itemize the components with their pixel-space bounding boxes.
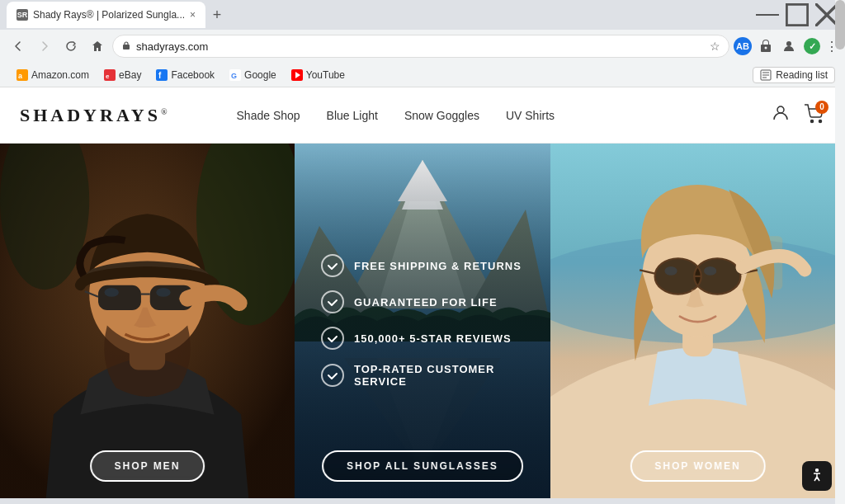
website-content: SHADYRAYS® Shade Shop Blue Light Snow Go… — [0, 87, 845, 498]
back-button[interactable] — [7, 35, 30, 58]
window-controls — [756, 3, 838, 26]
svg-rect-4 — [123, 45, 130, 49]
hero-panel-left: SHOP MEN — [0, 144, 295, 498]
profile-avatar: AB — [734, 37, 752, 55]
shop-women-button[interactable]: SHOP WOMEN — [630, 450, 765, 482]
cart-icon-wrap[interactable]: 0 — [804, 104, 825, 127]
accessibility-icon — [809, 468, 825, 484]
nav-shade-shop[interactable]: Shade Shop — [237, 109, 300, 122]
logo-sup: ® — [161, 106, 171, 115]
bookmark-amazon[interactable]: a Amazon.com — [10, 68, 96, 82]
svg-text:G: G — [231, 72, 237, 80]
svg-point-35 — [156, 288, 170, 297]
woman-image — [550, 144, 845, 498]
reading-list-button[interactable]: Reading list — [753, 67, 835, 83]
profile-button[interactable]: AB — [733, 36, 753, 56]
svg-point-55 — [704, 266, 716, 276]
tab-bar: SR Shady Rays® | Polarized Sungla... × + — [0, 0, 845, 30]
site-header: SHADYRAYS® Shade Shop Blue Light Snow Go… — [0, 87, 845, 144]
logo-part1: SHADY — [20, 105, 100, 125]
url-text: shadyrays.com — [136, 40, 705, 53]
svg-point-34 — [105, 288, 119, 297]
right-panel-bg — [550, 144, 845, 498]
site-nav: Shade Shop Blue Light Snow Goggles UV Sh… — [237, 109, 555, 122]
svg-rect-1 — [786, 4, 807, 25]
tab-title: Shady Rays® | Polarized Sungla... — [33, 9, 185, 21]
accessibility-button[interactable] — [802, 461, 832, 491]
bookmark-facebook[interactable]: f Facebook — [149, 68, 221, 82]
extensions-button[interactable] — [756, 36, 776, 56]
scrollbar-thumb[interactable] — [835, 0, 845, 49]
check-icon-shipping — [321, 254, 344, 277]
svg-point-54 — [664, 266, 677, 276]
svg-point-21 — [811, 120, 814, 122]
man-image — [0, 144, 295, 498]
verified-extension-button[interactable]: ✓ — [802, 36, 822, 56]
feature-shipping: FREE SHIPPING & RETURNS — [321, 254, 524, 277]
address-bar[interactable]: shadyrays.com ☆ — [112, 35, 729, 58]
logo-part2: RAYS — [100, 105, 161, 125]
svg-text:e: e — [106, 73, 110, 80]
address-right-actions: ☆ — [710, 40, 720, 53]
nav-snow-goggles[interactable]: Snow Goggles — [404, 109, 479, 122]
nav-uv-shirts[interactable]: UV Shirts — [506, 109, 555, 122]
new-tab-button[interactable]: + — [205, 3, 229, 26]
forward-button[interactable] — [33, 35, 56, 58]
hero-section: SHOP MEN — [0, 144, 845, 498]
lock-icon — [121, 40, 131, 52]
svg-rect-0 — [756, 14, 779, 16]
nav-blue-light[interactable]: Blue Light — [327, 109, 378, 122]
bookmark-ebay[interactable]: e eBay — [97, 68, 148, 82]
check-icon-guarantee — [321, 290, 344, 313]
svg-point-22 — [819, 120, 822, 122]
bookmark-youtube[interactable]: YouTube — [285, 68, 352, 82]
hero-panel-right: SHOP WOMEN — [550, 144, 845, 498]
tab-close-button[interactable]: × — [190, 9, 196, 21]
svg-point-5 — [786, 41, 791, 46]
tab-favicon: SR — [17, 9, 28, 21]
minimize-button[interactable] — [756, 3, 779, 26]
left-panel-bg — [0, 144, 295, 498]
svg-point-20 — [777, 106, 784, 113]
site-logo[interactable]: SHADYRAYS® — [20, 105, 171, 126]
shop-all-sunglasses-button[interactable]: SHOP ALL SUNGLASSES — [322, 450, 523, 482]
active-tab[interactable]: SR Shady Rays® | Polarized Sungla... × — [7, 2, 205, 28]
svg-rect-29 — [98, 285, 141, 310]
scrollbar[interactable] — [835, 0, 845, 504]
bookmarks-bar: a Amazon.com e eBay f Facebook G Google … — [0, 63, 845, 87]
feature-reviews: 150,000+ 5-STAR REVIEWS — [321, 327, 524, 350]
bookmark-google[interactable]: G Google — [223, 68, 283, 82]
check-icon-service — [321, 364, 344, 387]
account-icon[interactable] — [771, 103, 791, 128]
refresh-button[interactable] — [59, 35, 83, 58]
cart-badge: 0 — [815, 101, 828, 114]
feature-service: TOP-RATED CUSTOMER SERVICE — [321, 363, 524, 388]
check-icon-reviews — [321, 327, 344, 350]
home-button[interactable] — [86, 35, 109, 58]
hero-panel-center: FREE SHIPPING & RETURNS GUARANTEED FOR L… — [295, 144, 550, 498]
address-bar-row: shadyrays.com ☆ AB ✓ ⋮ — [0, 30, 845, 63]
svg-point-62 — [815, 469, 819, 472]
header-actions: 0 — [771, 103, 825, 128]
feature-guarantee: GUARANTEED FOR LIFE — [321, 290, 524, 313]
features-list: FREE SHIPPING & RETURNS GUARANTEED FOR L… — [321, 254, 524, 388]
shop-men-button[interactable]: SHOP MEN — [90, 450, 205, 482]
bookmark-star-icon[interactable]: ☆ — [710, 40, 720, 53]
maximize-button[interactable] — [786, 3, 809, 26]
account-button[interactable] — [779, 36, 799, 56]
